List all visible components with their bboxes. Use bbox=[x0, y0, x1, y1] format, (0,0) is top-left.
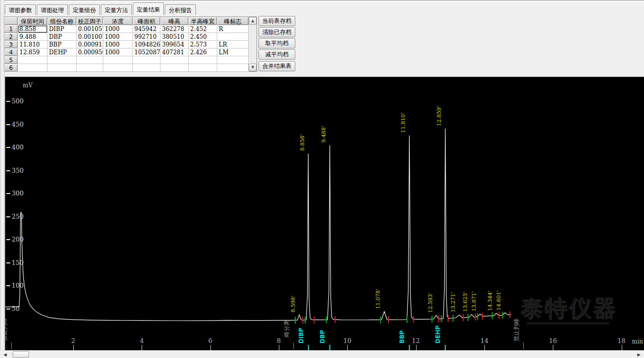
table-cell[interactable]: LR bbox=[217, 41, 249, 49]
table-cell[interactable]: 9.488 bbox=[18, 33, 48, 41]
column-header[interactable]: 峰高 bbox=[161, 17, 189, 25]
y-axis-tick bbox=[6, 285, 10, 286]
table-cell[interactable] bbox=[161, 64, 189, 72]
table-cell[interactable] bbox=[18, 64, 48, 72]
column-header[interactable]: 峰面积 bbox=[133, 17, 161, 25]
column-header[interactable]: 保留时间 bbox=[18, 17, 48, 25]
horizontal-scrollbar-thumb[interactable] bbox=[13, 351, 29, 358]
column-header[interactable]: 半高峰宽 bbox=[189, 17, 217, 25]
x-axis-tick-label: 14 bbox=[481, 337, 489, 344]
table-cell[interactable]: 945942 bbox=[133, 25, 161, 33]
table-cell[interactable]: R bbox=[217, 25, 249, 33]
table-cell[interactable] bbox=[48, 64, 77, 72]
table-cell[interactable]: DIBP bbox=[48, 25, 77, 33]
y-axis-tick-label: 500 bbox=[12, 98, 24, 105]
chromatogram-plot[interactable]: mV min 泰特仪器 5004504003503002502001501005… bbox=[5, 77, 644, 350]
table-cell[interactable]: 2.426 bbox=[189, 49, 217, 56]
y-axis-tick-label: 150 bbox=[12, 259, 24, 266]
x-axis-tick-label: 6 bbox=[208, 337, 212, 344]
table-cell[interactable] bbox=[77, 56, 103, 64]
y-axis-tick bbox=[6, 101, 10, 102]
table-cell[interactable]: 2.452 bbox=[189, 25, 217, 33]
table-cell[interactable] bbox=[48, 56, 77, 64]
horizontal-scrollbar[interactable]: ◀ ▶ bbox=[0, 350, 644, 358]
app-window: 谱图参数 谱图处理 定量组份 定量方法 定量结果 分析报告 保留时间组份名称校正… bbox=[0, 0, 644, 358]
table-cell[interactable]: LM bbox=[217, 49, 249, 56]
tab-spectrum-params[interactable]: 谱图参数 bbox=[5, 4, 36, 15]
component-label: DIBP bbox=[298, 328, 305, 343]
table-cell[interactable]: DBP bbox=[48, 33, 77, 41]
table-cell[interactable]: 0.00095049 bbox=[77, 49, 103, 56]
table-cell[interactable]: DEHP bbox=[48, 49, 77, 56]
table-row: 29.488DBP0.0010073410009927103805102.450 bbox=[4, 33, 257, 41]
row-number[interactable]: 4 bbox=[4, 49, 18, 56]
clear-archived-button[interactable]: 清除已存档 bbox=[258, 27, 295, 37]
archive-current-button[interactable]: 当前表存档 bbox=[258, 16, 295, 26]
table-cell[interactable] bbox=[133, 56, 161, 64]
table-cell[interactable]: 362278 bbox=[161, 25, 189, 33]
table-cell[interactable]: 1094826 bbox=[133, 41, 161, 49]
table-cell[interactable]: 0.00100734 bbox=[77, 33, 103, 41]
table-cell[interactable]: 11.810 bbox=[18, 41, 48, 49]
table-cell[interactable] bbox=[103, 64, 133, 72]
tab-quant-method[interactable]: 定量方法 bbox=[101, 4, 132, 15]
take-average-button[interactable]: 取平均档 bbox=[258, 38, 295, 49]
y-axis-tick bbox=[6, 309, 10, 309]
row-number[interactable]: 3 bbox=[4, 41, 18, 49]
tab-analysis-report[interactable]: 分析报告 bbox=[165, 4, 196, 15]
region-annotation-tick bbox=[523, 342, 524, 349]
merge-results-button[interactable]: 合并结果表 bbox=[258, 61, 295, 71]
x-axis-tick bbox=[210, 345, 211, 350]
table-cell[interactable] bbox=[18, 56, 48, 64]
table-cell[interactable] bbox=[77, 64, 103, 72]
subtract-average-button[interactable]: 减平均档 bbox=[258, 49, 295, 60]
table-cell[interactable]: 1000 bbox=[103, 41, 133, 49]
table-cell[interactable]: 2.573 bbox=[189, 41, 217, 49]
table-cell[interactable] bbox=[217, 64, 249, 72]
table-cell[interactable]: 1000 bbox=[103, 25, 133, 33]
scroll-left-arrow-icon[interactable]: ◀ bbox=[1, 351, 9, 358]
column-header[interactable]: 浓度 bbox=[103, 17, 133, 25]
x-axis-tick-label: 18 bbox=[617, 337, 626, 344]
table-cell[interactable]: 1000 bbox=[103, 49, 133, 56]
scroll-right-arrow-icon[interactable]: ▶ bbox=[635, 351, 643, 358]
table-cell[interactable] bbox=[103, 56, 133, 64]
table-cell[interactable]: 399654 bbox=[161, 41, 189, 49]
table-vertical-scrollbar[interactable]: ▲ ▼ bbox=[248, 17, 257, 71]
tab-spectrum-processing[interactable]: 谱图处理 bbox=[37, 4, 68, 15]
row-number[interactable]: 6 bbox=[4, 64, 18, 72]
table-cell[interactable]: 407281 bbox=[161, 49, 189, 56]
x-axis-tick bbox=[347, 345, 348, 350]
table-cell[interactable] bbox=[189, 64, 217, 72]
table-cell[interactable] bbox=[217, 56, 249, 64]
table-cell[interactable] bbox=[133, 64, 161, 72]
table-cell[interactable]: 0.00091338 bbox=[77, 41, 103, 49]
table-cell[interactable]: 0.00105715 bbox=[77, 25, 103, 33]
scroll-down-arrow-icon[interactable]: ▼ bbox=[249, 64, 257, 71]
region-annotation: 禁止判峰 bbox=[514, 318, 520, 342]
table-cell[interactable] bbox=[189, 56, 217, 64]
table-cell[interactable]: 1052087 bbox=[133, 49, 161, 56]
column-header[interactable]: 校正因子 bbox=[77, 17, 103, 25]
column-header[interactable]: 组份名称 bbox=[48, 17, 77, 25]
table-cell[interactable]: 12.859 bbox=[18, 49, 48, 56]
tab-quant-results[interactable]: 定量结果 bbox=[133, 2, 164, 15]
tab-quant-components[interactable]: 定量组份 bbox=[69, 4, 100, 15]
table-cell[interactable]: 992710 bbox=[133, 33, 161, 41]
scroll-up-arrow-icon[interactable]: ▲ bbox=[249, 17, 257, 25]
table-cell[interactable]: 8.858 bbox=[18, 25, 48, 33]
table-cell[interactable]: BBP bbox=[48, 41, 77, 49]
table-cell[interactable] bbox=[217, 33, 249, 41]
x-axis-tick bbox=[142, 345, 142, 350]
table-cell[interactable]: 380510 bbox=[161, 33, 189, 41]
column-header[interactable]: 峰标志 bbox=[217, 17, 249, 25]
row-number[interactable]: 5 bbox=[4, 56, 18, 64]
row-number[interactable]: 1 bbox=[4, 25, 18, 33]
row-number[interactable]: 2 bbox=[4, 33, 18, 41]
y-axis-tick-label: 450 bbox=[12, 121, 24, 128]
table-cell[interactable]: 2.450 bbox=[189, 33, 217, 41]
y-axis-tick-label: 350 bbox=[12, 167, 24, 174]
table-cell[interactable]: 1000 bbox=[103, 33, 133, 41]
y-axis-tick-label: 250 bbox=[12, 213, 24, 220]
table-cell[interactable] bbox=[161, 56, 189, 64]
